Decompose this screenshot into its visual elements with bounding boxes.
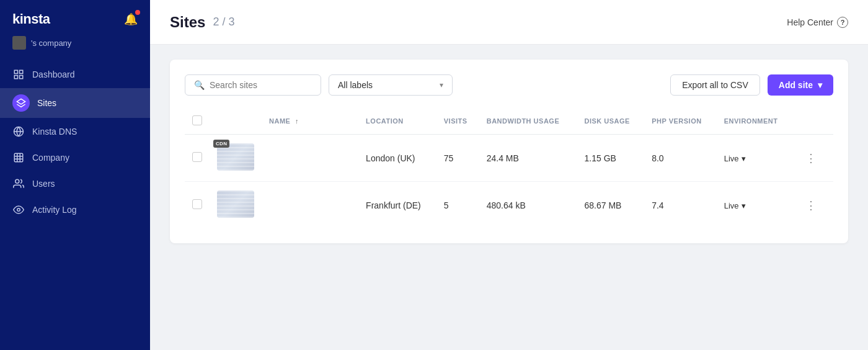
search-box[interactable]: 🔍	[185, 74, 321, 96]
th-location: LOCATION	[358, 110, 436, 135]
row-disk-1: 1.15 GB	[577, 135, 645, 182]
sidebar-item-sites[interactable]: Sites	[0, 88, 150, 118]
more-options-button-2[interactable]: ⋮	[800, 196, 822, 215]
svg-rect-5	[14, 153, 23, 162]
sites-card: 🔍 All labels ▾ Export all to CSV Add sit…	[170, 60, 848, 243]
svg-marker-4	[17, 99, 25, 104]
row-bandwidth-1: 24.4 MB	[479, 135, 577, 182]
row-location-2: Frankfurt (DE)	[358, 182, 436, 229]
svg-rect-0	[14, 70, 17, 73]
toolbar: 🔍 All labels ▾ Export all to CSV Add sit…	[185, 74, 833, 96]
main-content: Sites 2 / 3 Help Center ? 🔍 All labels ▾…	[150, 0, 868, 350]
notification-bell[interactable]: 🔔	[124, 12, 138, 26]
help-center-label: Help Center	[787, 17, 833, 27]
add-site-chevron-icon: ▾	[818, 80, 822, 90]
search-input[interactable]	[210, 80, 312, 90]
row-environment-2: Live ▾	[717, 182, 794, 229]
row-visits-2: 5	[436, 182, 479, 229]
notification-badge	[135, 10, 140, 15]
labels-dropdown[interactable]: All labels ▾	[329, 74, 453, 96]
table-row: CDN London (UK) 75 24.4 MB 1.15 GB 8.0	[185, 135, 833, 182]
sites-table: NAME ↑ LOCATION VISITS BANDWIDTH USAGE D…	[185, 110, 833, 228]
th-actions	[793, 110, 833, 135]
table-header: NAME ↑ LOCATION VISITS BANDWIDTH USAGE D…	[185, 110, 833, 135]
sidebar-item-sites-label: Sites	[37, 98, 56, 108]
svg-rect-2	[14, 76, 17, 79]
th-thumbnail	[210, 110, 262, 135]
svg-rect-3	[20, 76, 23, 79]
env-label-2: Live	[724, 201, 739, 210]
row-visits-1: 75	[436, 135, 479, 182]
th-disk: DISK USAGE	[577, 110, 645, 135]
row-thumbnail-2	[210, 182, 262, 229]
th-name[interactable]: NAME ↑	[262, 110, 358, 135]
row-bandwidth-2: 480.64 kB	[479, 182, 577, 229]
th-bandwidth: BANDWIDTH USAGE	[479, 110, 577, 135]
sidebar-item-company[interactable]: Company	[0, 145, 150, 170]
add-site-label: Add site	[779, 80, 813, 90]
dns-icon	[12, 125, 25, 138]
logo: kinsta	[12, 11, 50, 27]
row-environment-1: Live ▾	[717, 135, 794, 182]
svg-point-6	[16, 179, 19, 183]
row-actions-1: ⋮	[793, 135, 833, 182]
export-csv-button[interactable]: Export all to CSV	[670, 74, 760, 96]
help-icon: ?	[837, 17, 848, 28]
page-header: Sites 2 / 3 Help Center ?	[150, 0, 868, 45]
th-php: PHP VERSION	[644, 110, 717, 135]
sidebar-logo-area: kinsta 🔔	[0, 0, 150, 34]
svg-rect-1	[20, 70, 23, 73]
sidebar-item-dashboard[interactable]: Dashboard	[0, 62, 150, 87]
sidebar-item-kinsta-dns-label: Kinsta DNS	[32, 127, 77, 137]
sidebar-item-company-label: Company	[32, 153, 69, 163]
table-body: CDN London (UK) 75 24.4 MB 1.15 GB 8.0	[185, 135, 833, 229]
more-options-button-1[interactable]: ⋮	[800, 149, 822, 168]
site-thumbnail-2	[217, 191, 254, 218]
nav-menu: Dashboard Sites Kinsta DNS Company Users	[0, 60, 150, 225]
th-environment: ENVIRONMENT	[717, 110, 794, 135]
company-row: 's company	[0, 34, 150, 60]
users-icon	[12, 177, 25, 190]
row-actions-2: ⋮	[793, 182, 833, 229]
search-icon: 🔍	[194, 80, 205, 90]
th-name-label: NAME	[269, 117, 290, 125]
row-name-1	[262, 135, 358, 182]
add-site-button[interactable]: Add site ▾	[768, 74, 833, 96]
row-checkbox-2[interactable]	[192, 199, 202, 209]
row-check-1	[185, 135, 210, 182]
row-name-2	[262, 182, 358, 229]
env-label-1: Live	[724, 154, 739, 163]
svg-point-7	[17, 209, 20, 212]
company-avatar	[12, 36, 26, 50]
sidebar-item-activity-log-label: Activity Log	[32, 205, 77, 215]
layers-icon	[12, 94, 30, 112]
eye-icon	[12, 204, 25, 216]
row-php-2: 7.4	[644, 182, 717, 229]
sort-asc-icon: ↑	[295, 117, 299, 125]
row-check-2	[185, 182, 210, 229]
sidebar-item-users[interactable]: Users	[0, 171, 150, 196]
labels-dropdown-value: All labels	[338, 80, 373, 90]
company-name: 's company	[31, 38, 71, 48]
page-title: Sites	[170, 14, 205, 31]
help-center-link[interactable]: Help Center ?	[787, 17, 848, 28]
th-visits: VISITS	[436, 110, 479, 135]
header-left: Sites 2 / 3	[170, 14, 234, 31]
content-area: 🔍 All labels ▾ Export all to CSV Add sit…	[150, 45, 868, 350]
env-chevron-icon-2: ▾	[742, 201, 746, 210]
sidebar-item-dashboard-label: Dashboard	[32, 70, 75, 79]
sidebar-item-kinsta-dns[interactable]: Kinsta DNS	[0, 119, 150, 144]
row-disk-2: 68.67 MB	[577, 182, 645, 229]
environment-dropdown-2[interactable]: Live ▾	[724, 201, 746, 210]
sidebar-item-users-label: Users	[32, 179, 55, 189]
row-checkbox-1[interactable]	[192, 152, 202, 162]
row-php-1: 8.0	[644, 135, 717, 182]
environment-dropdown-1[interactable]: Live ▾	[724, 154, 746, 163]
sidebar-item-activity-log[interactable]: Activity Log	[0, 197, 150, 222]
th-check	[185, 110, 210, 135]
row-location-1: London (UK)	[358, 135, 436, 182]
table-row: Frankfurt (DE) 5 480.64 kB 68.67 MB 7.4 …	[185, 182, 833, 229]
grid-icon	[12, 68, 25, 81]
select-all-checkbox[interactable]	[192, 115, 202, 125]
cdn-badge: CDN	[213, 140, 229, 148]
